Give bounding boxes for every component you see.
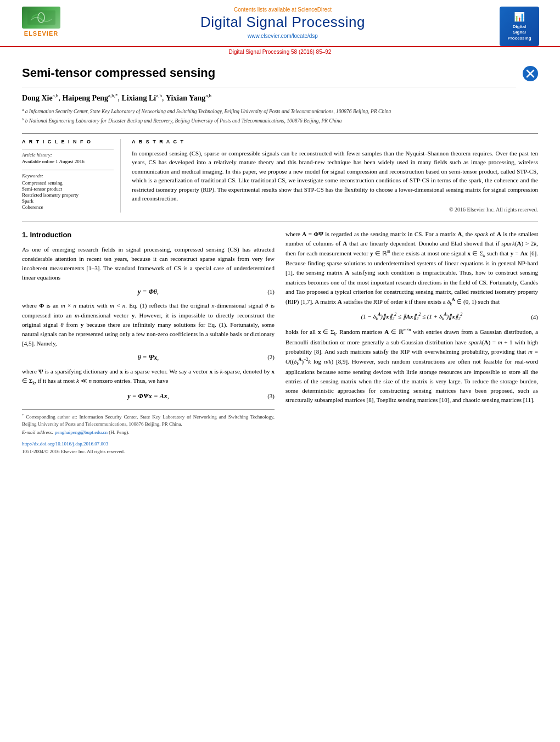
elsevier-logo-graphic	[22, 7, 60, 29]
section-1-heading: 1. Introduction	[22, 230, 275, 241]
history-label: Article history:	[22, 152, 114, 158]
title-row: Semi-tensor compressed sensing	[22, 66, 538, 93]
abstract-heading: A B S T R A C T	[132, 139, 538, 144]
keyword-4: Spark	[22, 198, 114, 204]
equation-2: θ = Ψx, (2)	[22, 353, 275, 363]
intro-para-1: As one of emerging research fields in si…	[22, 245, 275, 282]
authors-line: Dong Xiea,b, Haipeng Penga,b,*, Lixiang …	[22, 93, 538, 103]
body-columns: 1. Introduction As one of emerging resea…	[22, 230, 538, 456]
footnote-email: E-mail address: penghaipeng@bupt.edu.cn …	[22, 429, 275, 436]
eq4-number: (4)	[531, 313, 538, 322]
history-block: Article history: Available online 1 Augu…	[22, 149, 114, 164]
main-content: Semi-tensor compressed sensing Dong Xiea…	[0, 55, 560, 467]
keywords-label: Keywords:	[22, 173, 114, 178]
page: ELSEVIER Contents lists available at Sci…	[0, 0, 560, 742]
right-para-2: holds for all x ∈ Σk. Random matrices A …	[285, 327, 538, 405]
intro-para-3: where Ψ is a sparsifying dictionary and …	[22, 367, 275, 387]
header-center: Contents lists available at ScienceDirec…	[66, 4, 500, 43]
journal-url[interactable]: www.elsevier.com/locate/dsp	[77, 33, 489, 39]
equation-4: (1 − δkA)‖x‖22 ≤ ‖Ax‖22 ≤ (1 + δkA)‖x‖22…	[285, 311, 538, 322]
equation-3: y = ΦΨx = Ax, (3)	[22, 391, 275, 401]
header-right: 📊 DigitalSignalProcessing	[500, 4, 544, 46]
journal-ref: Digital Signal Processing 58 (2016) 85–9…	[0, 47, 560, 55]
keywords-block: Keywords: Compressed sensing Semi-tensor…	[22, 170, 114, 210]
available-online: Available online 1 August 2016	[22, 159, 114, 164]
eq3-content: y = ΦΨx = Ax,	[127, 391, 169, 401]
badge-icon: 📊	[514, 12, 525, 23]
intro-para-2: where Φ is an m × n matrix with m < n. E…	[22, 301, 275, 348]
contents-line: Contents lists available at ScienceDirec…	[77, 7, 489, 13]
affiliation-b: b b National Engineering Laboratory for …	[22, 116, 538, 125]
affiliation-a: a a Information Security Center, State K…	[22, 107, 538, 115]
affiliations: a a Information Security Center, State K…	[22, 107, 538, 125]
article-info-heading: A R T I C L E I N F O	[22, 139, 114, 144]
equation-1: y = Φθ, (1)	[22, 287, 275, 297]
footer-copyright: 1051-2004/© 2016 Elsevier Inc. All right…	[22, 448, 275, 456]
footnote-corresponding: * Corresponding author at: Information S…	[22, 413, 275, 427]
body-left-col: 1. Introduction As one of emerging resea…	[22, 230, 275, 456]
badge-text: DigitalSignalProcessing	[507, 24, 531, 41]
abstract-text: In compressed sensing (CS), sparse or co…	[132, 149, 538, 203]
journal-title: Digital Signal Processing	[77, 14, 489, 31]
eq3-number: (3)	[267, 392, 275, 401]
journal-header: ELSEVIER Contents lists available at Sci…	[0, 0, 560, 47]
eq2-content: θ = Ψx,	[138, 353, 159, 363]
doi-line[interactable]: http://dx.doi.org/10.1016/j.dsp.2016.07.…	[22, 440, 275, 448]
crossmark-badge[interactable]	[523, 66, 538, 81]
right-para-1: where A = ΦΨ is regarded as the sensing …	[285, 230, 538, 308]
article-info-panel: A R T I C L E I N F O Article history: A…	[22, 139, 121, 213]
keyword-1: Compressed sensing	[22, 180, 114, 186]
eq4-content: (1 − δkA)‖x‖22 ≤ ‖Ax‖22 ≤ (1 + δkA)‖x‖22	[361, 311, 463, 322]
keyword-3: Restricted isometry property	[22, 192, 114, 198]
elsevier-logo: ELSEVIER	[16, 4, 66, 40]
keyword-2: Semi-tensor product	[22, 186, 114, 192]
eq2-number: (2)	[267, 353, 275, 362]
journal-badge: 📊 DigitalSignalProcessing	[500, 7, 539, 46]
eq1-content: y = Φθ,	[138, 287, 159, 297]
abstract-copyright: © 2016 Elsevier Inc. All rights reserved…	[132, 207, 538, 213]
paper-title: Semi-tensor compressed sensing	[22, 66, 516, 87]
body-right-col: where A = ΦΨ is regarded as the sensing …	[285, 230, 538, 456]
footnote-area: * Corresponding author at: Information S…	[22, 409, 275, 436]
body-divider	[22, 221, 538, 222]
keyword-5: Coherence	[22, 204, 114, 210]
article-info-abstract-row: A R T I C L E I N F O Article history: A…	[22, 133, 538, 213]
elsevier-text: ELSEVIER	[24, 30, 58, 37]
abstract-panel: A B S T R A C T In compressed sensing (C…	[132, 139, 538, 213]
eq1-number: (1)	[267, 287, 275, 297]
